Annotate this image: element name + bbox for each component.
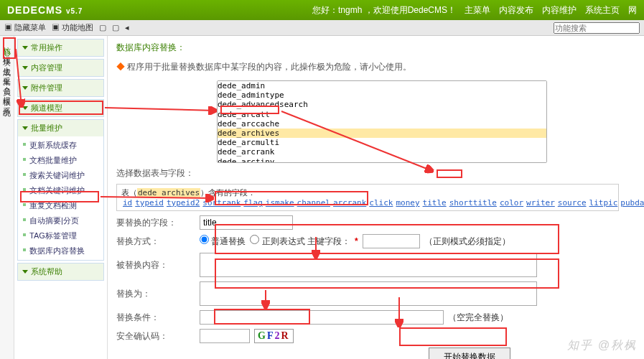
section-rail: 核心 模块 生成 采集 会员 模板 系统	[0, 36, 14, 359]
nav-main[interactable]: 主菜单	[465, 4, 490, 17]
content-from-label: 被替换内容：	[116, 259, 195, 271]
replace-field-label: 要替换的字段：	[116, 217, 195, 229]
condition-note: （空完全替换）	[448, 312, 508, 324]
function-search-input[interactable]	[554, 22, 640, 34]
hide-menu-link[interactable]: ▣ 隐藏菜单	[4, 22, 46, 33]
page-title: 数据库内容替换：	[116, 42, 635, 54]
toolbar-icon[interactable]: ▢	[99, 23, 106, 32]
nav-home[interactable]: 系统主页	[585, 4, 620, 17]
captcha-image[interactable]: GF2R	[254, 329, 294, 343]
toolbar-icon[interactable]: ◂	[125, 23, 129, 32]
captcha-input[interactable]	[200, 329, 250, 343]
mode-label: 替换方式：	[116, 236, 195, 248]
table-option[interactable]: dede_arcmulti	[218, 138, 546, 147]
replace-field-input[interactable]	[200, 215, 293, 230]
table-option[interactable]: dede_advancedsearch	[218, 100, 546, 109]
brand-logo: DEDECMS v5.7	[7, 4, 83, 16]
sidebar-item[interactable]: 自动摘要|分页	[18, 213, 103, 228]
table-option[interactable]: dede_admintype	[218, 90, 546, 100]
sidebar-group-content[interactable]: 内容管理	[18, 60, 103, 76]
field-link[interactable]: typeid	[135, 198, 164, 208]
sidebar-item-db-replace[interactable]: 数据库内容替换	[18, 243, 103, 258]
sidebar-group-help[interactable]: 系统帮助	[18, 264, 103, 280]
submit-replace-button[interactable]: 开始替换数据	[429, 348, 510, 359]
condition-input[interactable]	[200, 310, 444, 325]
sidebar: 常用操作 内容管理 附件管理 频道模型 批量维护 更新系统缓存 文档批量维护 搜…	[14, 36, 108, 359]
field-link[interactable]: litpic	[589, 198, 618, 208]
table-option[interactable]: dede_arcrank	[218, 147, 546, 157]
condition-label: 替换条件：	[116, 312, 195, 324]
field-link[interactable]: source	[558, 198, 587, 208]
greeting-text: 您好：tngmh ，欢迎使用DedeCMS！	[312, 4, 456, 17]
field-link[interactable]: channel	[297, 198, 330, 208]
rail-member[interactable]: 会员	[1, 79, 12, 85]
sub-toolbar: ▣ 隐藏菜单 ▣ 功能地图 ▢ ▢ ◂	[0, 20, 644, 36]
field-link[interactable]: title	[423, 198, 447, 208]
top-nav: 您好：tngmh ，欢迎使用DedeCMS！ 主菜单 内容发布 内容维护 系统主…	[312, 4, 637, 17]
sidebar-item[interactable]: 重复文档检测	[18, 198, 103, 213]
sidebar-item[interactable]: 搜索关键词维护	[18, 168, 103, 183]
field-link[interactable]: ismake	[266, 198, 294, 208]
mode-note: （正则模式必须指定）	[424, 236, 510, 248]
rail-generate[interactable]: 生成	[1, 59, 12, 65]
field-link[interactable]: id	[123, 198, 132, 208]
sidebar-item[interactable]: 文档批量维护	[18, 153, 103, 168]
warning-tip: ◆ 程序用于批量替换数据库中某字段的内容，此操作极为危险，请小心使用。	[116, 58, 635, 76]
sidebar-group-batch[interactable]: 批量维护	[18, 120, 103, 136]
main-panel: 数据库内容替换： ◆ 程序用于批量替换数据库中某字段的内容，此操作极为危险，请小…	[108, 36, 644, 359]
sidebar-item[interactable]: 更新系统缓存	[18, 138, 103, 153]
field-link[interactable]: pubdate	[620, 198, 644, 208]
content-from-textarea[interactable]	[200, 253, 537, 277]
app-header: DEDECMS v5.7 您好：tngmh ，欢迎使用DedeCMS！ 主菜单 …	[0, 0, 644, 20]
fields-box: 表（dede_archives）含有的字段： idtypeidtypeid2so…	[116, 184, 619, 211]
mode-regex-radio[interactable]: 正则表达式 主键字段：	[250, 235, 350, 248]
sitemap-link[interactable]: ▣ 功能地图	[52, 22, 93, 33]
pk-field-input[interactable]	[363, 234, 420, 248]
field-link[interactable]: sortrank	[202, 198, 241, 208]
field-link[interactable]: click	[369, 198, 393, 208]
captcha-label: 安全确认码：	[116, 330, 195, 342]
field-link[interactable]: typeid2	[167, 198, 200, 208]
table-option[interactable]: dede_arccache	[218, 119, 546, 129]
watermark: 知乎 @秋枫	[567, 338, 637, 353]
field-link[interactable]: writer	[526, 198, 555, 208]
table-select[interactable]: dede_admindede_admintypedede_advancedsea…	[217, 80, 547, 163]
nav-more[interactable]: 网	[628, 4, 637, 17]
field-link[interactable]: flag	[243, 198, 263, 208]
rail-module[interactable]: 模块	[1, 49, 12, 55]
rail-template[interactable]: 模板	[1, 89, 12, 95]
content-to-textarea[interactable]	[200, 281, 537, 306]
field-link[interactable]: arcrank	[333, 198, 366, 208]
nav-maintain[interactable]: 内容维护	[542, 4, 577, 17]
rail-core[interactable]: 核心	[1, 39, 12, 45]
table-option[interactable]: dede_admin	[218, 81, 546, 90]
rail-system[interactable]: 系统	[1, 99, 12, 105]
table-option[interactable]: dede_archives	[218, 129, 546, 138]
sidebar-group-channel[interactable]: 频道模型	[18, 100, 103, 116]
select-table-label: 选择数据表与字段：	[116, 167, 195, 180]
content-to-label: 替换为：	[116, 288, 195, 300]
nav-publish[interactable]: 内容发布	[499, 4, 533, 17]
toolbar-icon[interactable]: ▢	[112, 23, 119, 32]
sidebar-item[interactable]: 文档关键词维护	[18, 183, 103, 198]
sidebar-item[interactable]: TAG标签管理	[18, 228, 103, 243]
table-option[interactable]: dede_arctiny	[218, 157, 546, 164]
required-star-icon: *	[355, 236, 358, 246]
field-link[interactable]: money	[396, 198, 419, 208]
table-option[interactable]: dede_arcatt	[218, 110, 546, 119]
mode-normal-radio[interactable]: 普通替换	[200, 235, 246, 248]
sidebar-group-common[interactable]: 常用操作	[18, 39, 103, 56]
sidebar-group-attach[interactable]: 附件管理	[18, 80, 103, 96]
rail-collect[interactable]: 采集	[1, 69, 12, 75]
field-link[interactable]: shorttitle	[449, 198, 497, 208]
field-link[interactable]: color	[500, 198, 523, 208]
